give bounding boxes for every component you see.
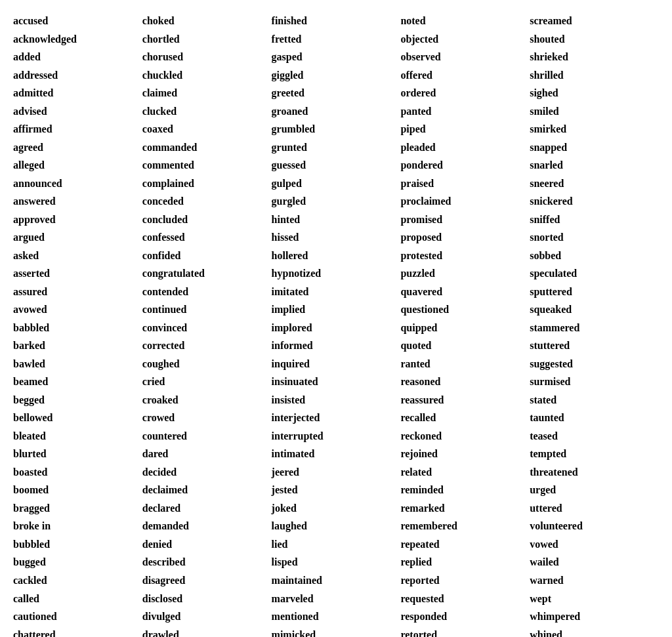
list-item: snarled	[530, 156, 659, 175]
list-item: mimicked	[272, 626, 401, 637]
list-item: sputtered	[530, 283, 659, 301]
list-item: related	[400, 463, 530, 482]
list-item: boasted	[13, 463, 142, 482]
list-item: asserted	[13, 264, 142, 283]
list-item: called	[13, 590, 142, 608]
list-item: decided	[142, 463, 272, 482]
list-item: hissed	[272, 228, 401, 247]
list-item: argued	[13, 228, 142, 247]
list-item: ranted	[400, 355, 530, 373]
list-item: acknowledged	[13, 30, 142, 49]
list-item: sneered	[530, 175, 659, 193]
list-item: informed	[272, 337, 401, 355]
list-item: quoted	[400, 337, 530, 355]
list-item: whimpered	[530, 607, 659, 626]
list-item: quipped	[400, 319, 530, 337]
list-item: praised	[400, 175, 530, 193]
list-item: lisped	[272, 553, 401, 571]
list-item: squeaked	[530, 300, 659, 319]
list-item: remarked	[400, 499, 530, 518]
list-item: greeted	[272, 84, 401, 102]
list-item: claimed	[142, 84, 272, 102]
list-item: barked	[13, 337, 142, 355]
list-item: affirmed	[13, 120, 142, 138]
list-item: bellowed	[13, 409, 142, 427]
list-item: cautioned	[13, 607, 142, 626]
list-item: dared	[142, 445, 272, 463]
list-item: croaked	[142, 391, 272, 409]
list-item: begged	[13, 391, 142, 409]
list-item: stuttered	[530, 337, 659, 355]
list-item: hinted	[272, 211, 401, 229]
list-item: convinced	[142, 319, 272, 337]
column-2: chokedchortledchorusedchuckledclaimedclu…	[142, 12, 272, 637]
list-item: concluded	[142, 211, 272, 229]
list-item: repeated	[400, 535, 530, 554]
list-item: commented	[142, 156, 272, 175]
list-item: wailed	[530, 553, 659, 571]
list-item: declared	[142, 499, 272, 518]
list-item: disagreed	[142, 571, 272, 590]
list-item: denied	[142, 535, 272, 554]
list-item: questioned	[400, 300, 530, 319]
list-item: sighed	[530, 84, 659, 102]
column-3: finishedfrettedgaspedgiggledgreetedgroan…	[272, 12, 401, 637]
list-item: pondered	[400, 156, 530, 175]
list-item: shouted	[530, 30, 659, 49]
list-item: vowed	[530, 535, 659, 554]
list-item: bawled	[13, 355, 142, 373]
list-item: contended	[142, 283, 272, 301]
list-item: reminded	[400, 481, 530, 499]
list-item: complained	[142, 175, 272, 193]
list-item: accused	[13, 12, 142, 30]
list-item: tempted	[530, 445, 659, 463]
list-item: congratulated	[142, 264, 272, 283]
list-item: implored	[272, 319, 401, 337]
list-item: quavered	[400, 283, 530, 301]
list-item: coaxed	[142, 120, 272, 138]
list-item: taunted	[530, 409, 659, 427]
list-item: responded	[400, 607, 530, 626]
list-item: gasped	[272, 48, 401, 66]
list-item: inquired	[272, 355, 401, 373]
list-item: noted	[400, 12, 530, 30]
list-item: remembered	[400, 517, 530, 535]
list-item: crowed	[142, 409, 272, 427]
list-item: imitated	[272, 283, 401, 301]
list-item: commanded	[142, 138, 272, 157]
list-item: snorted	[530, 228, 659, 247]
list-item: conceded	[142, 192, 272, 211]
list-item: interrupted	[272, 427, 401, 445]
list-item: pleaded	[400, 138, 530, 157]
list-item: hollered	[272, 247, 401, 265]
list-item: gurgled	[272, 192, 401, 211]
list-item: joked	[272, 499, 401, 518]
list-item: retorted	[400, 626, 530, 637]
list-item: suggested	[530, 355, 659, 373]
list-item: replied	[400, 553, 530, 571]
list-item: finished	[272, 12, 401, 30]
list-item: announced	[13, 175, 142, 193]
list-item: shrieked	[530, 48, 659, 66]
list-item: speculated	[530, 264, 659, 283]
list-item: chuckled	[142, 66, 272, 85]
list-item: alleged	[13, 156, 142, 175]
list-item: avowed	[13, 300, 142, 319]
list-item: babbled	[13, 319, 142, 337]
list-item: broke in	[13, 517, 142, 535]
list-item: coughed	[142, 355, 272, 373]
column-5: screamedshoutedshriekedshrilledsighedsmi…	[530, 12, 659, 637]
list-item: admitted	[13, 84, 142, 102]
list-item: corrected	[142, 337, 272, 355]
list-item: uttered	[530, 499, 659, 518]
list-item: warned	[530, 571, 659, 590]
list-item: wept	[530, 590, 659, 608]
list-item: promised	[400, 211, 530, 229]
list-item: demanded	[142, 517, 272, 535]
list-item: implied	[272, 300, 401, 319]
list-item: smiled	[530, 102, 659, 121]
list-item: guessed	[272, 156, 401, 175]
list-item: countered	[142, 427, 272, 445]
list-item: fretted	[272, 30, 401, 49]
list-item: smirked	[530, 120, 659, 138]
